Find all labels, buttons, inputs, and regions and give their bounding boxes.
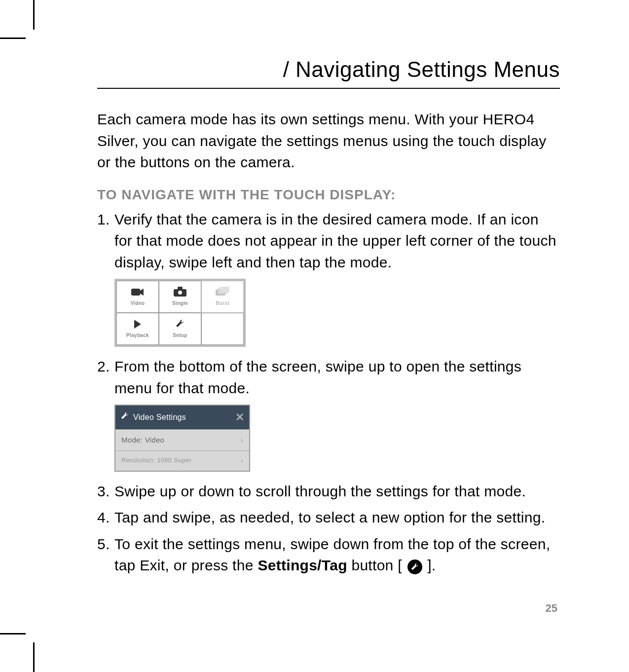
step-5: 5. To exit the settings menu, swipe down… [114, 533, 560, 576]
step-4: 4. Tap and swipe, as needed, to select a… [114, 507, 560, 528]
step-text: From the bottom of the screen, swipe up … [114, 358, 521, 396]
close-icon: ✕ [235, 410, 244, 425]
chevron-right-icon: › [241, 435, 243, 445]
chevron-right-icon: › [241, 456, 243, 466]
settings-row-label: Resolution: 1080 Super [121, 456, 191, 465]
mode-row: Video Single Burst [116, 281, 244, 313]
mode-label: Single [172, 300, 188, 307]
step-number: 3. [97, 481, 110, 502]
crop-mark [0, 633, 26, 635]
step-text: Swipe up or down to scroll through the s… [114, 483, 526, 499]
mode-cell-burst: Burst [201, 281, 244, 313]
step-text-part: button [ [347, 557, 407, 573]
step-text-part: ]. [423, 557, 436, 573]
step-number: 4. [97, 507, 110, 528]
step-1: 1. Verify that the camera is in the desi… [114, 209, 560, 347]
step-text: Tap and swipe, as needed, to select a ne… [114, 509, 545, 525]
step-2: 2. From the bottom of the screen, swipe … [114, 356, 560, 472]
mode-label: Setup [173, 332, 187, 339]
mode-label: Burst [216, 300, 229, 307]
settings-tag-label: Settings/Tag [258, 557, 347, 573]
mode-cell-empty [201, 313, 244, 345]
intro-paragraph: Each camera mode has its own settings me… [97, 109, 560, 173]
camera-icon [174, 287, 186, 299]
crop-mark [33, 642, 35, 672]
page-title: / Navigating Settings Menus [97, 57, 560, 89]
mode-cell-setup: Setup [159, 313, 201, 345]
mode-grid: Video Single Burst [114, 279, 246, 347]
steps-list: 1. Verify that the camera is in the desi… [97, 209, 560, 576]
step-number: 1. [97, 209, 110, 230]
step-number: 2. [97, 356, 110, 377]
mode-row: Playback Setup [116, 313, 244, 345]
step-text: Verify that the camera is in the desired… [114, 211, 556, 270]
svg-rect-6 [220, 287, 229, 293]
mode-label: Playback [126, 332, 149, 339]
step-3: 3. Swipe up or down to scroll through th… [114, 481, 560, 502]
video-icon [131, 287, 144, 299]
page-number: 25 [546, 602, 557, 615]
settings-header-left: Video Settings [120, 411, 186, 424]
settings-panel-screenshot: Video Settings ✕ Mode: Video › Resolutio… [114, 405, 560, 472]
tag-button-icon [407, 560, 422, 574]
mode-cell-video: Video [116, 281, 159, 313]
wrench-icon [175, 319, 185, 331]
page-content: / Navigating Settings Menus Each camera … [33, 37, 604, 635]
settings-title: Video Settings [133, 411, 186, 423]
wrench-icon [120, 411, 129, 424]
mode-cell-single: Single [159, 281, 201, 313]
section-heading: TO NAVIGATE WITH THE TOUCH DISPLAY: [97, 187, 560, 203]
settings-panel: Video Settings ✕ Mode: Video › Resolutio… [114, 405, 250, 472]
settings-row-mode: Mode: Video › [115, 429, 249, 450]
crop-mark [33, 0, 35, 30]
settings-row-label: Mode: Video [121, 435, 164, 446]
svg-rect-0 [131, 289, 140, 296]
crop-mark [0, 37, 26, 39]
play-icon [133, 319, 142, 331]
burst-icon [216, 287, 229, 299]
svg-point-3 [178, 291, 182, 295]
settings-header: Video Settings ✕ [115, 406, 249, 429]
mode-label: Video [131, 300, 145, 307]
mode-cell-playback: Playback [116, 313, 159, 345]
mode-grid-screenshot: Video Single Burst [114, 279, 560, 347]
svg-rect-2 [178, 287, 183, 290]
settings-row-resolution: Resolution: 1080 Super › [115, 450, 249, 471]
step-number: 5. [97, 533, 110, 555]
